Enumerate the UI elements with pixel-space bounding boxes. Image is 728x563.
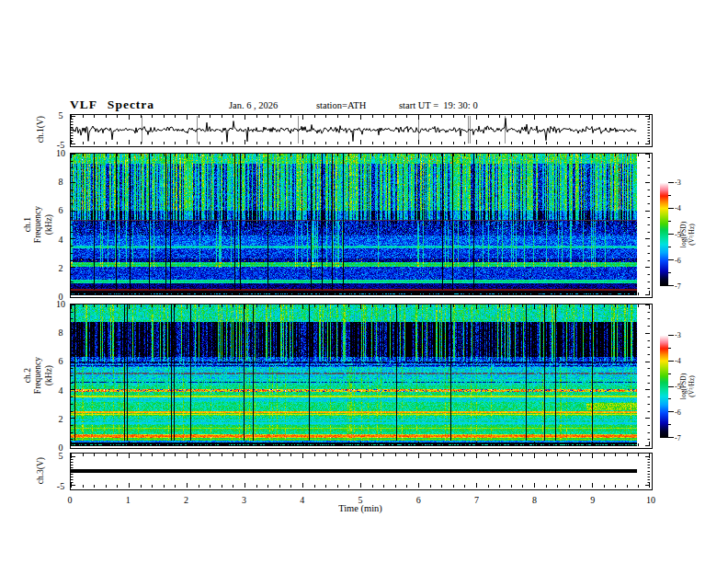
colorbar-ch2-tick-label: -5	[675, 383, 681, 391]
time-xtick-label: 7	[474, 495, 479, 505]
ch2-spec-ytick-label: 6	[59, 356, 63, 366]
station-label: station=ATH	[316, 100, 366, 110]
colorbar-ch2-tick-label: -7	[675, 434, 681, 442]
time-xtick-label: 4	[300, 495, 304, 505]
start-ut-label: start UT = 19: 30: 0	[399, 100, 478, 110]
ch1-waveform-canvas	[71, 115, 650, 144]
colorbar-ch1-tick-label: -5	[675, 230, 681, 238]
colorbar-ch1-tick-label: -4	[675, 204, 681, 213]
colorbar-ch2-label-text: log(PSD)(V²/Hz)	[679, 373, 696, 399]
time-xtick-label: 9	[590, 495, 595, 505]
colorbar-ch2-label: log(PSD)(V²/Hz)	[681, 335, 694, 438]
colorbar-ch1-tick-label: -7	[675, 282, 681, 291]
ch1-spec-ytick-label: 4	[59, 234, 63, 244]
figure-title: VLF Spectra	[70, 98, 154, 112]
colorbar-ch2-canvas	[660, 335, 675, 438]
ch2-frequency-axis-label-text: ch.2 Frequency (kHz)	[23, 357, 54, 394]
ch1-frequency-axis-label-text: ch.1 Frequency (kHz)	[23, 206, 54, 243]
ch2-spectrogram-panel	[70, 304, 653, 449]
ch1-spec-ytick-label: 8	[59, 177, 63, 187]
ch3-waveform-canvas	[71, 454, 650, 488]
ch3-waveform-panel	[70, 453, 653, 490]
ch1-spec-ytick-label: 6	[59, 205, 63, 215]
time-xtick-label: 2	[184, 495, 188, 505]
ch1-voltage-axis-label-text: ch.1(V)	[36, 116, 46, 143]
colorbar-ch1	[660, 182, 675, 290]
ch2-spec-ytick-label: 10	[56, 299, 65, 309]
time-xtick-label: 0	[68, 495, 73, 505]
ch1-frequency-axis-label: ch.1 Frequency (kHz)	[26, 153, 51, 296]
ch3-wave-ytick-label: -5	[57, 481, 64, 491]
ch3-voltage-axis-label: ch.3(V)	[31, 453, 51, 488]
colorbar-ch1-label-text: log(PSD)(V²/Hz)	[679, 221, 696, 247]
colorbar-ch1-canvas	[660, 182, 675, 286]
colorbar-ch1-label: log(PSD)(V²/Hz)	[681, 182, 694, 286]
date-label: Jan. 6 , 2026	[229, 100, 278, 110]
time-xtick-label: 5	[358, 495, 363, 505]
colorbar-ch2-tick-label: -6	[675, 408, 681, 417]
ch2-spec-ytick-label: 8	[59, 327, 63, 338]
ch1-waveform-panel	[70, 114, 653, 147]
time-xtick-label: 1	[126, 495, 131, 505]
colorbar-ch2-tick-label: -4	[675, 357, 681, 365]
colorbar-ch2-tick-label: -3	[675, 331, 681, 339]
ch2-spec-ytick-label: 0	[59, 442, 63, 453]
ch1-wave-ytick-label: 5	[59, 109, 63, 120]
vlf-spectra-figure: VLF Spectra Jan. 6 , 2026 station=ATH st…	[0, 0, 728, 563]
colorbar-ch1-tick-label: -6	[675, 256, 681, 264]
time-xtick-label: 6	[416, 495, 421, 505]
ch1-voltage-axis-label: ch.1(V)	[31, 114, 51, 145]
ch2-frequency-axis-label: ch.2 Frequency (kHz)	[26, 304, 51, 447]
ch2-spec-ytick-label: 4	[59, 385, 63, 395]
time-xtick-label: 3	[242, 495, 246, 505]
ch2-spec-ytick-label: 2	[59, 413, 63, 423]
time-xtick-label: 10	[646, 495, 655, 505]
ch2-spectrogram-canvas	[71, 304, 650, 446]
ch3-voltage-axis-label-text: ch.3(V)	[36, 457, 46, 484]
ch1-spec-ytick-label: 2	[59, 262, 63, 272]
colorbar-ch2	[660, 335, 675, 442]
ch1-spectrogram-canvas	[71, 154, 650, 295]
ch1-spec-ytick-label: 10	[56, 148, 65, 158]
colorbar-ch1-tick-label: -3	[675, 178, 681, 187]
time-xtick-label: 8	[532, 495, 537, 505]
ch1-spectrogram-panel	[70, 153, 653, 298]
